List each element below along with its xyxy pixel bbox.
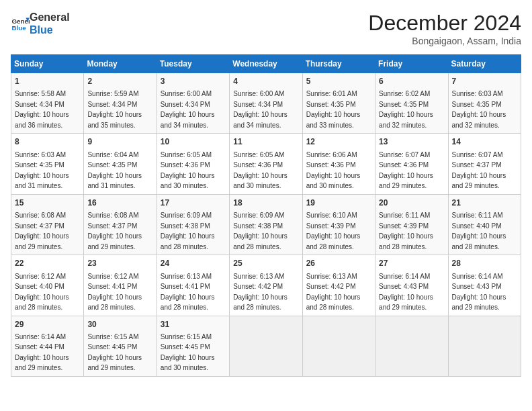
day-number: 25 — [233, 258, 298, 269]
calendar-day: 9Sunrise: 6:04 AM Sunset: 4:35 PM Daylig… — [84, 134, 157, 194]
calendar-day: 12Sunrise: 6:06 AM Sunset: 4:36 PM Dayli… — [302, 134, 375, 194]
day-number: 22 — [15, 258, 80, 269]
calendar-day: 20Sunrise: 6:11 AM Sunset: 4:39 PM Dayli… — [375, 194, 448, 255]
logo-text-blue: Blue — [30, 24, 70, 36]
day-number: 7 — [452, 76, 517, 87]
calendar-day: 26Sunrise: 6:13 AM Sunset: 4:42 PM Dayli… — [302, 255, 375, 316]
day-number: 19 — [306, 197, 371, 209]
day-detail: Sunrise: 6:09 AM Sunset: 4:38 PM Dayligh… — [161, 212, 215, 250]
col-header-saturday: Saturday — [448, 55, 521, 73]
svg-text:Blue: Blue — [11, 24, 26, 32]
logo-icon: General Blue — [11, 14, 30, 33]
day-detail: Sunrise: 6:00 AM Sunset: 4:34 PM Dayligh… — [161, 90, 215, 129]
day-detail: Sunrise: 6:12 AM Sunset: 4:40 PM Dayligh… — [15, 273, 69, 312]
day-detail: Sunrise: 6:13 AM Sunset: 4:42 PM Dayligh… — [306, 273, 361, 312]
calendar-day: 28Sunrise: 6:14 AM Sunset: 4:43 PM Dayli… — [448, 255, 521, 316]
col-header-friday: Friday — [375, 55, 448, 73]
logo: General Blue General Blue — [11, 11, 70, 36]
calendar-day: 7Sunrise: 6:03 AM Sunset: 4:35 PM Daylig… — [448, 73, 521, 134]
day-number: 30 — [87, 319, 152, 330]
calendar-day: 18Sunrise: 6:09 AM Sunset: 4:38 PM Dayli… — [230, 194, 302, 255]
col-header-monday: Monday — [84, 55, 157, 73]
calendar-day: 22Sunrise: 6:12 AM Sunset: 4:40 PM Dayli… — [11, 255, 84, 316]
day-detail: Sunrise: 6:00 AM Sunset: 4:34 PM Dayligh… — [233, 90, 287, 129]
day-number: 18 — [233, 197, 298, 209]
day-number: 9 — [87, 136, 152, 148]
day-number: 29 — [15, 319, 80, 330]
day-number: 26 — [306, 258, 371, 269]
day-number: 2 — [87, 76, 152, 87]
day-number: 4 — [233, 76, 298, 87]
calendar-week-5: 29Sunrise: 6:14 AM Sunset: 4:44 PM Dayli… — [11, 316, 521, 376]
calendar-day: 2Sunrise: 5:59 AM Sunset: 4:34 PM Daylig… — [84, 73, 157, 134]
day-detail: Sunrise: 6:11 AM Sunset: 4:39 PM Dayligh… — [379, 212, 433, 250]
calendar-day: 5Sunrise: 6:01 AM Sunset: 4:35 PM Daylig… — [302, 73, 375, 134]
calendar-week-1: 1Sunrise: 5:58 AM Sunset: 4:34 PM Daylig… — [11, 73, 521, 134]
day-detail: Sunrise: 6:03 AM Sunset: 4:35 PM Dayligh… — [452, 90, 506, 129]
day-detail: Sunrise: 6:14 AM Sunset: 4:43 PM Dayligh… — [452, 273, 506, 312]
calendar-day: 30Sunrise: 6:15 AM Sunset: 4:45 PM Dayli… — [84, 316, 157, 376]
day-number: 20 — [379, 197, 444, 209]
calendar-week-2: 8Sunrise: 6:03 AM Sunset: 4:35 PM Daylig… — [11, 134, 521, 194]
calendar-day: 6Sunrise: 6:02 AM Sunset: 4:35 PM Daylig… — [375, 73, 448, 134]
day-number: 5 — [306, 76, 371, 87]
day-number: 27 — [379, 258, 444, 269]
day-number: 11 — [233, 136, 298, 148]
day-detail: Sunrise: 5:58 AM Sunset: 4:34 PM Dayligh… — [15, 90, 69, 129]
calendar-day: 1Sunrise: 5:58 AM Sunset: 4:34 PM Daylig… — [11, 73, 84, 134]
calendar-day — [302, 316, 375, 376]
day-number: 12 — [306, 136, 371, 148]
day-detail: Sunrise: 6:13 AM Sunset: 4:42 PM Dayligh… — [233, 273, 287, 312]
day-number: 1 — [15, 76, 80, 87]
logo-text-general: General — [30, 11, 70, 24]
day-detail: Sunrise: 6:04 AM Sunset: 4:35 PM Dayligh… — [87, 151, 142, 190]
page-header: General Blue General Blue December 2024 … — [11, 11, 521, 46]
calendar-day: 8Sunrise: 6:03 AM Sunset: 4:35 PM Daylig… — [11, 134, 84, 194]
day-detail: Sunrise: 6:14 AM Sunset: 4:44 PM Dayligh… — [15, 333, 69, 372]
day-detail: Sunrise: 6:15 AM Sunset: 4:45 PM Dayligh… — [161, 333, 215, 372]
calendar-day: 17Sunrise: 6:09 AM Sunset: 4:38 PM Dayli… — [157, 194, 229, 255]
calendar-day: 24Sunrise: 6:13 AM Sunset: 4:41 PM Dayli… — [157, 255, 229, 316]
calendar-day: 10Sunrise: 6:05 AM Sunset: 4:36 PM Dayli… — [157, 134, 229, 194]
day-number: 10 — [161, 136, 226, 148]
calendar-day: 31Sunrise: 6:15 AM Sunset: 4:45 PM Dayli… — [157, 316, 229, 376]
calendar-day: 4Sunrise: 6:00 AM Sunset: 4:34 PM Daylig… — [230, 73, 302, 134]
day-number: 17 — [161, 197, 226, 209]
day-number: 21 — [452, 197, 517, 209]
calendar-day: 27Sunrise: 6:14 AM Sunset: 4:43 PM Dayli… — [375, 255, 448, 316]
day-detail: Sunrise: 6:05 AM Sunset: 4:36 PM Dayligh… — [161, 151, 215, 190]
day-detail: Sunrise: 6:15 AM Sunset: 4:45 PM Dayligh… — [87, 333, 142, 372]
day-number: 15 — [15, 197, 80, 209]
day-number: 14 — [452, 136, 517, 148]
location: Bongaigaon, Assam, India — [368, 36, 521, 46]
calendar-day: 25Sunrise: 6:13 AM Sunset: 4:42 PM Dayli… — [230, 255, 302, 316]
day-detail: Sunrise: 5:59 AM Sunset: 4:34 PM Dayligh… — [87, 90, 142, 129]
calendar-day: 16Sunrise: 6:08 AM Sunset: 4:37 PM Dayli… — [84, 194, 157, 255]
day-number: 3 — [161, 76, 226, 87]
day-number: 6 — [379, 76, 444, 87]
col-header-tuesday: Tuesday — [157, 55, 229, 73]
calendar-day: 23Sunrise: 6:12 AM Sunset: 4:41 PM Dayli… — [84, 255, 157, 316]
calendar-day — [230, 316, 302, 376]
col-header-thursday: Thursday — [302, 55, 375, 73]
col-header-sunday: Sunday — [11, 55, 84, 73]
calendar-day: 29Sunrise: 6:14 AM Sunset: 4:44 PM Dayli… — [11, 316, 84, 376]
calendar-day: 21Sunrise: 6:11 AM Sunset: 4:40 PM Dayli… — [448, 194, 521, 255]
day-number: 31 — [161, 319, 226, 330]
day-detail: Sunrise: 6:13 AM Sunset: 4:41 PM Dayligh… — [161, 273, 215, 312]
calendar-day: 13Sunrise: 6:07 AM Sunset: 4:36 PM Dayli… — [375, 134, 448, 194]
day-detail: Sunrise: 6:12 AM Sunset: 4:41 PM Dayligh… — [87, 273, 142, 312]
calendar-table: SundayMondayTuesdayWednesdayThursdayFrid… — [11, 54, 521, 377]
day-detail: Sunrise: 6:08 AM Sunset: 4:37 PM Dayligh… — [15, 212, 69, 250]
day-detail: Sunrise: 6:09 AM Sunset: 4:38 PM Dayligh… — [233, 212, 287, 250]
day-number: 13 — [379, 136, 444, 148]
calendar-day — [375, 316, 448, 376]
day-number: 24 — [161, 258, 226, 269]
calendar-header-row: SundayMondayTuesdayWednesdayThursdayFrid… — [11, 55, 521, 73]
day-number: 23 — [87, 258, 152, 269]
calendar-day: 11Sunrise: 6:05 AM Sunset: 4:36 PM Dayli… — [230, 134, 302, 194]
title-area: December 2024 Bongaigaon, Assam, India — [368, 11, 521, 46]
col-header-wednesday: Wednesday — [230, 55, 302, 73]
day-number: 28 — [452, 258, 517, 269]
day-detail: Sunrise: 6:10 AM Sunset: 4:39 PM Dayligh… — [306, 212, 361, 250]
